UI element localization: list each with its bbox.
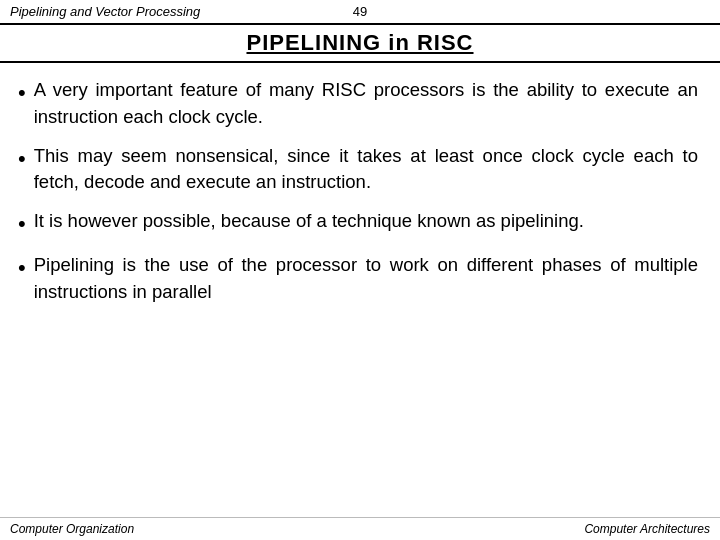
bullet-text-4: Pipelining is the use of the processor t… — [34, 252, 698, 306]
header-left-text: Pipelining and Vector Processing — [10, 4, 210, 19]
bullet-dot: • — [18, 209, 26, 240]
bullet-dot: • — [18, 144, 26, 175]
footer: Computer Organization Computer Architect… — [0, 517, 720, 540]
bullet-text-2: This may seem nonsensical, since it take… — [34, 143, 698, 197]
list-item: • This may seem nonsensical, since it ta… — [18, 143, 698, 197]
footer-left: Computer Organization — [10, 522, 134, 536]
bullet-dot: • — [18, 78, 26, 109]
slide-title: PIPELINING in RISC — [246, 30, 473, 55]
header: Pipelining and Vector Processing 49 — [0, 0, 720, 25]
slide-title-bar: PIPELINING in RISC — [0, 25, 720, 63]
footer-right: Computer Architectures — [584, 522, 710, 536]
content-area: • A very important feature of many RISC … — [0, 63, 720, 328]
bullet-list: • A very important feature of many RISC … — [18, 77, 698, 306]
list-item: • It is however possible, because of a t… — [18, 208, 698, 240]
list-item: • Pipelining is the use of the processor… — [18, 252, 698, 306]
bullet-text-3: It is however possible, because of a tec… — [34, 208, 584, 235]
bullet-dot: • — [18, 253, 26, 284]
header-page-number: 49 — [210, 4, 510, 19]
bullet-text-1: A very important feature of many RISC pr… — [34, 77, 698, 131]
list-item: • A very important feature of many RISC … — [18, 77, 698, 131]
